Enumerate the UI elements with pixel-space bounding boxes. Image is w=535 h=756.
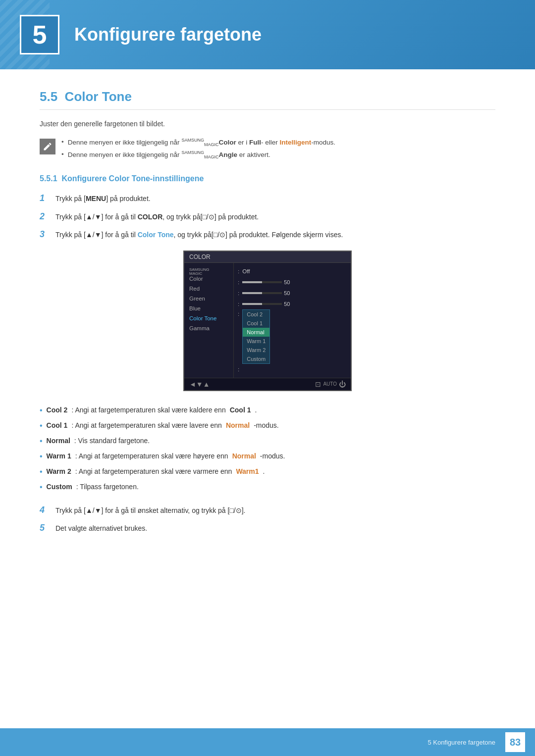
screen-nav: ◄ ▼ ▲ ⊡ AUTO ⏻ — [184, 378, 351, 390]
option-warm2-item: Warm 2: Angi at fargetemperaturen skal v… — [40, 466, 495, 478]
option-warm1: Warm 1 — [243, 337, 269, 346]
menu-green: Green — [184, 294, 233, 303]
value-green: : 50 — [234, 288, 351, 299]
value-magic-color: : Off — [234, 266, 351, 277]
option-custom-item: Custom: Tilpass fargetonen. — [40, 482, 495, 493]
option-custom: Custom — [243, 354, 269, 363]
note-icon — [40, 139, 55, 154]
nav-enter-icon: ⊡ — [315, 380, 321, 388]
note-box: Denne menyen er ikke tilgjengelig når SA… — [40, 138, 495, 159]
color-tone-dropdown: Cool 2 Cool 1 Normal Warm 1 Warm 2 Custo… — [242, 309, 270, 364]
nav-up-icon: ▲ — [203, 380, 210, 388]
footer-chapter-text: 5 Konfigurere fargetone — [428, 739, 495, 746]
menu-blue: Blue — [184, 303, 233, 313]
value-blue: : 50 — [234, 299, 351, 309]
screen-menu: SAMSUNGMAGICColor Red Green Blue Color T… — [184, 263, 234, 378]
note-line-2: Denne menyen er ikke tilgjengelig når SA… — [61, 150, 335, 159]
chapter-title: Konfigurere fargetone — [74, 24, 262, 45]
screen-values: : Off : 50 : — [234, 263, 351, 378]
page-footer: 5 Konfigurere fargetone 83 — [0, 728, 535, 756]
bar-blue: 50 — [242, 301, 290, 307]
steps-list: 1 Trykk på [MENU] på produktet. 2 Trykk … — [40, 193, 495, 240]
footer-page-number: 83 — [505, 732, 525, 752]
note-line-1: Denne menyen er ikke tilgjengelig når SA… — [61, 138, 335, 147]
screen-mockup: COLOR SAMSUNGMAGICColor Red Green Blue C… — [183, 251, 352, 391]
option-warm1-item: Warm 1: Angi at fargetemperaturen skal v… — [40, 451, 495, 462]
option-normal: Normal — [243, 328, 269, 337]
value-gamma: : — [234, 364, 351, 375]
step-5: 5 Det valgte alternativet brukes. — [40, 523, 495, 534]
step-1: 1 Trykk på [MENU] på produktet. — [40, 193, 495, 204]
option-cool2-item: Cool 2: Angi at fargetemperaturen skal v… — [40, 405, 495, 416]
chapter-number: 5 — [20, 15, 59, 54]
step-2: 2 Trykk på [▲/▼] for å gå til COLOR, og … — [40, 211, 495, 222]
option-normal-item: Normal: Vis standard fargetone. — [40, 436, 495, 447]
option-warm2: Warm 2 — [243, 346, 269, 354]
options-list: Cool 2: Angi at fargetemperaturen skal v… — [40, 405, 495, 493]
menu-samsung-magic-color: SAMSUNGMAGICColor — [184, 266, 233, 284]
bar-green: 50 — [242, 290, 290, 296]
value-red: : 50 — [234, 277, 351, 288]
menu-gamma: Gamma — [184, 323, 233, 333]
option-cool2: Cool 2 — [243, 310, 269, 319]
pencil-icon — [43, 142, 53, 151]
screen-title-bar: COLOR — [184, 252, 351, 263]
menu-color-tone: Color Tone — [184, 313, 233, 323]
subsection-heading: 5.5.1 Konfigurere Color Tone-innstilling… — [40, 174, 495, 183]
menu-red: Red — [184, 284, 233, 294]
option-cool1: Cool 1 — [243, 319, 269, 328]
main-content: 5.5 Color Tone Juster den generelle farg… — [0, 89, 535, 583]
nav-auto-icon: AUTO — [323, 381, 337, 387]
steps-4-5: 4 Trykk på [▲/▼] for å gå til ønsket alt… — [40, 505, 495, 534]
section-heading: 5.5 Color Tone — [40, 89, 495, 110]
bar-red: 50 — [242, 279, 290, 285]
screen-body: SAMSUNGMAGICColor Red Green Blue Color T… — [184, 263, 351, 378]
nav-left-icon: ◄ — [189, 380, 196, 388]
chapter-header: 5 Konfigurere fargetone — [0, 0, 535, 69]
note-lines: Denne menyen er ikke tilgjengelig når SA… — [61, 138, 335, 159]
option-cool1-item: Cool 1: Angi at fargetemperaturen skal v… — [40, 420, 495, 432]
nav-power-icon: ⏻ — [339, 380, 346, 388]
section-description: Juster den generelle fargetonen til bild… — [40, 120, 495, 128]
nav-down-icon: ▼ — [196, 380, 203, 388]
step-3: 3 Trykk på [▲/▼] for å gå til Color Tone… — [40, 229, 495, 240]
screen-container: COLOR SAMSUNGMAGICColor Red Green Blue C… — [40, 251, 495, 391]
step-4: 4 Trykk på [▲/▼] for å gå til ønsket alt… — [40, 505, 495, 516]
value-color-tone: : Cool 2 Cool 1 Normal Warm 1 Warm 2 Cus… — [234, 309, 351, 364]
